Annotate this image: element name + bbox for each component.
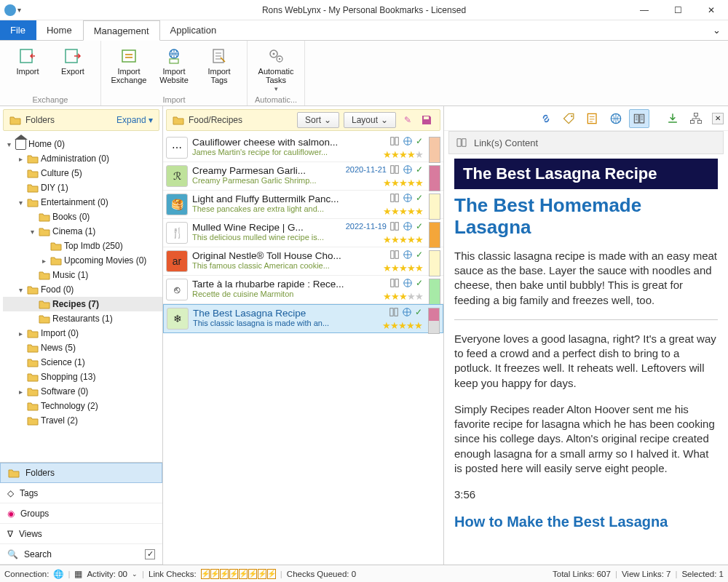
- tab-home[interactable]: Home: [36, 20, 83, 40]
- tag-icon[interactable]: [559, 109, 579, 128]
- ribbon-import[interactable]: Import: [7, 44, 48, 76]
- close-panel-icon[interactable]: ✕: [712, 113, 724, 124]
- tree-twisty[interactable]: ▸: [16, 388, 25, 396]
- tree-node[interactable]: Recipes (7): [3, 297, 162, 311]
- expand-button[interactable]: Expand ▾: [116, 115, 153, 125]
- tree-node[interactable]: ▸Administration (0): [3, 151, 162, 166]
- tree-twisty[interactable]: ▾: [16, 199, 25, 207]
- ribbon-tabs: File Home Management Application ⌄: [0, 20, 728, 41]
- close-button[interactable]: ✕: [695, 0, 728, 20]
- tree-node[interactable]: ▾Food (0): [3, 282, 162, 297]
- ribbon-import-tags[interactable]: Import Tags: [199, 44, 240, 84]
- tree-node[interactable]: ▾Cinema (1): [3, 224, 162, 239]
- tree-node[interactable]: ▾Home (0): [3, 137, 162, 151]
- nav-search[interactable]: 🔍Search✓: [0, 544, 162, 565]
- chevron-down-icon[interactable]: ⌄: [132, 570, 138, 578]
- ribbon-collapse-icon[interactable]: ⌄: [713, 25, 721, 36]
- maximize-button[interactable]: ☐: [661, 0, 695, 20]
- ribbon-group-import: Import: [162, 93, 185, 104]
- tree-label: Music (1): [52, 270, 88, 280]
- links-list[interactable]: ⋯Cauliflower cheese with salmon...James …: [163, 134, 443, 565]
- content-icon[interactable]: [629, 109, 649, 128]
- folder-icon: [39, 299, 50, 309]
- links-header: Food/Recipes Sort ⌄ Layout ⌄ ✎: [166, 109, 440, 131]
- list-item[interactable]: ❄The Best Lasagna RecipeThis classic las…: [163, 304, 443, 333]
- check-icon: ✓: [415, 307, 422, 317]
- web-icon[interactable]: [606, 109, 626, 128]
- tree-twisty[interactable]: ▸: [16, 330, 25, 338]
- tab-file[interactable]: File: [0, 20, 36, 40]
- link-icon[interactable]: [536, 109, 556, 128]
- tree-label: Shopping (13): [41, 372, 95, 382]
- tree-node[interactable]: Books (0): [3, 210, 162, 224]
- tree-node[interactable]: Culture (5): [3, 166, 162, 180]
- tree-node[interactable]: ▸Import (0): [3, 326, 162, 340]
- list-item[interactable]: ⋯Cauliflower cheese with salmon...James …: [163, 134, 443, 162]
- tree-twisty[interactable]: ▸: [39, 257, 48, 265]
- tree-node[interactable]: Top Imdb (250): [3, 239, 162, 253]
- tree-node[interactable]: Restaurants (1): [3, 311, 162, 326]
- svg-rect-29: [395, 308, 397, 316]
- tree-node[interactable]: News (5): [3, 340, 162, 355]
- list-item[interactable]: ℛCreamy Parmesan Garli...Creamy Parmesan…: [163, 162, 443, 191]
- item-rating: ★★★★★: [383, 149, 423, 160]
- ribbon-import-website[interactable]: Import Website: [154, 44, 194, 84]
- sort-button[interactable]: Sort ⌄: [297, 112, 339, 128]
- layout-button[interactable]: Layout ⌄: [344, 112, 396, 128]
- breadcrumb: Food/Recipes: [189, 115, 242, 125]
- ribbon-export[interactable]: Export: [52, 44, 93, 76]
- svg-rect-25: [391, 279, 394, 287]
- nav-groups[interactable]: ◉Groups: [0, 503, 162, 524]
- tree-node[interactable]: Shopping (13): [3, 370, 162, 384]
- gear-icon: [265, 47, 287, 65]
- tree-node[interactable]: Travel (2): [3, 413, 162, 428]
- tree-node[interactable]: Science (1): [3, 355, 162, 370]
- tab-management[interactable]: Management: [83, 20, 160, 41]
- folder-icon: [27, 284, 39, 295]
- nav-folders[interactable]: Folders: [0, 463, 162, 483]
- nav-tags[interactable]: ◇Tags: [0, 483, 162, 503]
- ribbon-automatic-tasks[interactable]: Automatic Tasks ▾: [256, 44, 296, 93]
- tree-twisty[interactable]: ▾: [4, 140, 13, 148]
- save-icon[interactable]: [419, 113, 434, 127]
- svg-rect-20: [395, 223, 398, 231]
- groups-icon: ◉: [7, 509, 15, 519]
- list-item[interactable]: 🥞Light and Fluffy Buttermilk Panc...Thes…: [163, 191, 443, 219]
- svg-rect-11: [395, 137, 398, 146]
- tree-twisty[interactable]: ▾: [16, 286, 25, 294]
- tab-application[interactable]: Application: [160, 20, 228, 40]
- tree-twisty[interactable]: ▸: [16, 155, 25, 163]
- preview-toolbar: ✕: [444, 106, 728, 131]
- tree-twisty[interactable]: ▾: [28, 228, 36, 236]
- tree-node[interactable]: Music (1): [3, 268, 162, 282]
- status-total: Total Links: 607: [553, 570, 611, 578]
- notes-icon[interactable]: [582, 109, 603, 128]
- list-item[interactable]: arOriginal Nestle® Toll House Cho...This…: [163, 247, 443, 276]
- wand-icon[interactable]: ✎: [400, 113, 415, 127]
- divider: [454, 319, 718, 320]
- tree-label: Books (0): [52, 212, 90, 222]
- list-item[interactable]: 🍴Mulled Wine Recipe | G...This delicious…: [163, 219, 443, 247]
- tree-node[interactable]: ▸Software (0): [3, 384, 162, 399]
- search-check-icon[interactable]: ✓: [145, 549, 155, 559]
- preview-content[interactable]: The Best Lasagna Recipe The Best Homemad…: [444, 159, 728, 565]
- list-item[interactable]: ⎋Tarte à la rhubarbe rapide : Rece...Rec…: [163, 276, 443, 304]
- status-activity: Activity: 00: [87, 570, 127, 578]
- nav-views[interactable]: ∇Views: [0, 524, 162, 544]
- tree-node[interactable]: DIY (1): [3, 180, 162, 195]
- svg-point-7: [273, 53, 275, 55]
- tree-node[interactable]: Technology (2): [3, 399, 162, 413]
- tree-label: Food (0): [41, 284, 74, 295]
- tree-label: Science (1): [41, 357, 85, 367]
- tree-node[interactable]: ▸Upcoming Movies (0): [3, 253, 162, 268]
- minimize-button[interactable]: —: [628, 0, 661, 20]
- ribbon-import-exchange[interactable]: Import Exchange: [108, 44, 149, 84]
- folder-tree[interactable]: ▾Home (0)▸Administration (0)Culture (5)D…: [0, 134, 162, 462]
- tree-node[interactable]: ▾Entertainment (0): [3, 195, 162, 210]
- download-icon[interactable]: [662, 109, 683, 128]
- links-panel: Food/Recipes Sort ⌄ Layout ⌄ ✎ ⋯Cauliflo…: [163, 106, 444, 565]
- folders-panel: Folders Expand ▾ ▾Home (0)▸Administratio…: [0, 106, 163, 565]
- sitemap-icon[interactable]: [686, 109, 706, 128]
- svg-rect-2: [122, 50, 135, 62]
- qat-dropdown-icon[interactable]: ▾: [17, 6, 21, 14]
